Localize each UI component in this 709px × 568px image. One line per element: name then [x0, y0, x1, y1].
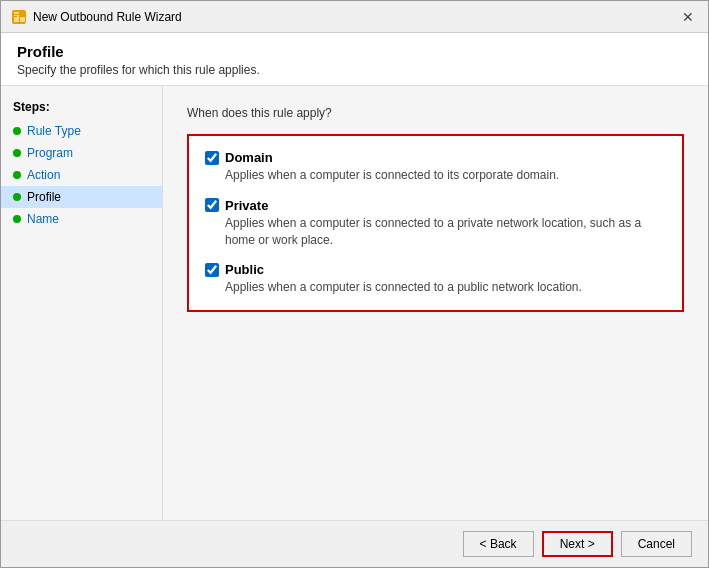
sidebar-label-action: Action [27, 168, 60, 182]
option-public-header: Public [205, 262, 666, 277]
sidebar-item-program[interactable]: Program [1, 142, 162, 164]
sidebar-item-action[interactable]: Action [1, 164, 162, 186]
close-button[interactable]: ✕ [678, 10, 698, 24]
sidebar: Steps: Rule Type Program Action Profile … [1, 86, 163, 520]
option-public: Public Applies when a computer is connec… [205, 262, 666, 296]
page-header: Profile Specify the profiles for which t… [1, 33, 708, 86]
sidebar-label-profile: Profile [27, 190, 61, 204]
step-dot-action [13, 171, 21, 179]
option-private-label: Private [225, 198, 268, 213]
step-dot-program [13, 149, 21, 157]
option-domain-label: Domain [225, 150, 273, 165]
svg-rect-4 [14, 16, 17, 17]
option-domain-desc: Applies when a computer is connected to … [225, 167, 666, 184]
option-private: Private Applies when a computer is conne… [205, 198, 666, 249]
sidebar-item-profile[interactable]: Profile [1, 186, 162, 208]
options-box: Domain Applies when a computer is connec… [187, 134, 684, 312]
checkbox-public[interactable] [205, 263, 219, 277]
page-subtitle: Specify the profiles for which this rule… [17, 63, 692, 77]
content-area: Steps: Rule Type Program Action Profile … [1, 86, 708, 520]
sidebar-label-name: Name [27, 212, 59, 226]
sidebar-label-program: Program [27, 146, 73, 160]
title-bar-text: New Outbound Rule Wizard [33, 10, 182, 24]
option-domain-header: Domain [205, 150, 666, 165]
option-domain: Domain Applies when a computer is connec… [205, 150, 666, 184]
wizard-icon [11, 9, 27, 25]
main-panel: When does this rule apply? Domain Applie… [163, 86, 708, 520]
back-button[interactable]: < Back [463, 531, 534, 557]
step-dot-profile [13, 193, 21, 201]
footer: < Back Next > Cancel [1, 520, 708, 567]
title-bar: New Outbound Rule Wizard ✕ [1, 1, 708, 33]
sidebar-item-name[interactable]: Name [1, 208, 162, 230]
question-text: When does this rule apply? [187, 106, 684, 120]
option-private-desc: Applies when a computer is connected to … [225, 215, 666, 249]
next-button[interactable]: Next > [542, 531, 613, 557]
sidebar-label-rule-type: Rule Type [27, 124, 81, 138]
title-bar-left: New Outbound Rule Wizard [11, 9, 182, 25]
sidebar-item-rule-type[interactable]: Rule Type [1, 120, 162, 142]
checkbox-domain[interactable] [205, 151, 219, 165]
cancel-button[interactable]: Cancel [621, 531, 692, 557]
option-private-header: Private [205, 198, 666, 213]
page-title: Profile [17, 43, 692, 60]
svg-rect-3 [14, 14, 19, 15]
step-dot-name [13, 215, 21, 223]
svg-rect-2 [20, 17, 25, 22]
checkbox-private[interactable] [205, 198, 219, 212]
option-public-label: Public [225, 262, 264, 277]
option-public-desc: Applies when a computer is connected to … [225, 279, 666, 296]
steps-label: Steps: [1, 96, 162, 120]
wizard-window: New Outbound Rule Wizard ✕ Profile Speci… [0, 0, 709, 568]
step-dot-rule-type [13, 127, 21, 135]
